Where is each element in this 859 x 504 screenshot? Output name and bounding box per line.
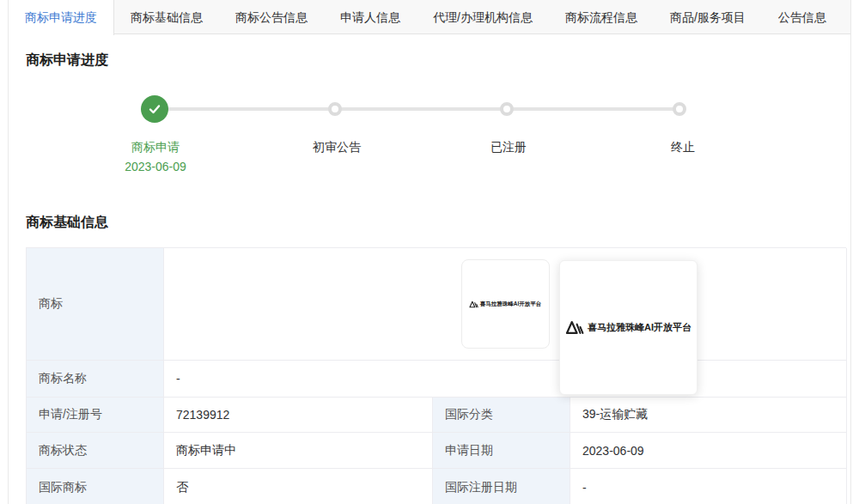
- trademark-image-text: 喜马拉雅珠峰AI开放平台: [588, 321, 691, 334]
- row-value-trademark-name: -: [164, 361, 847, 398]
- tab-process-info[interactable]: 商标流程信息: [549, 0, 654, 34]
- step-pending-circle: [673, 102, 686, 116]
- right-divider: [850, 0, 851, 504]
- row-label-international-class: 国际分类: [433, 398, 570, 433]
- trademark-detail-page: 商标申请进度 商标基础信息 商标公告信息 申请人信息 代理/办理机构信息 商标流…: [0, 0, 859, 504]
- tab-application-progress[interactable]: 商标申请进度: [9, 0, 114, 35]
- row-value-international-reg-date: -: [570, 469, 847, 504]
- row-value-application-number: 72139912: [164, 398, 433, 433]
- step-label-preliminary-gazette: 初审公告: [313, 140, 361, 155]
- row-value-trademark-status: 商标申请中: [164, 433, 433, 469]
- tab-applicant-info[interactable]: 申请人信息: [324, 0, 417, 34]
- check-icon: [148, 102, 161, 116]
- step-done-circle: [141, 95, 168, 123]
- tab-basic-info[interactable]: 商标基础信息: [114, 0, 219, 34]
- row-label-trademark: 商标: [27, 248, 164, 361]
- step-label-application: 商标申请: [131, 140, 180, 155]
- row-label-application-number: 申请/注册号: [27, 398, 164, 433]
- trademark-image-text: 喜马拉雅珠峰AI开放平台: [480, 301, 542, 308]
- step-label-terminated: 终止: [671, 140, 695, 155]
- row-value-international-trademark: 否: [164, 469, 433, 504]
- trademark-image-cell: 喜马拉雅珠峰AI开放平台: [164, 248, 847, 361]
- tab-bar: 商标申请进度 商标基础信息 商标公告信息 申请人信息 代理/办理机构信息 商标流…: [9, 0, 850, 34]
- row-label-international-trademark: 国际商标: [27, 469, 164, 504]
- basic-info-table: 商标 喜马拉雅珠峰AI开放平台 商标名称 - 申请/注册号 72139912 国…: [26, 247, 846, 504]
- tab-agency-info[interactable]: 代理/办理机构信息: [417, 0, 549, 34]
- trademark-image-preview: 喜马拉雅珠峰AI开放平台: [559, 260, 698, 395]
- stepper-connector-line: [155, 107, 679, 111]
- row-label-trademark-name: 商标名称: [27, 361, 164, 398]
- tab-gazette-info[interactable]: 商标公告信息: [219, 0, 324, 34]
- step-pending-circle: [500, 102, 514, 116]
- left-divider: [8, 0, 9, 504]
- trademark-image-thumbnail[interactable]: 喜马拉雅珠峰AI开放平台: [461, 259, 550, 349]
- mountain-logo-icon: [565, 320, 584, 335]
- row-label-application-date: 申请日期: [433, 433, 570, 469]
- step-label-registered: 已注册: [490, 140, 527, 155]
- mountain-logo-icon: [469, 301, 478, 308]
- row-value-application-date: 2023-06-09: [570, 433, 847, 469]
- tab-goods-services[interactable]: 商品/服务项目: [654, 0, 762, 34]
- tab-announcement-info[interactable]: 公告信息: [762, 0, 843, 34]
- step-pending-circle: [328, 102, 342, 116]
- basic-info-section-title: 商标基础信息: [26, 214, 108, 232]
- progress-section-title: 商标申请进度: [26, 52, 108, 70]
- row-label-trademark-status: 商标状态: [27, 433, 164, 469]
- row-value-international-class: 39-运输贮藏: [570, 398, 847, 433]
- row-label-international-reg-date: 国际注册日期: [433, 469, 570, 504]
- step-date-application: 2023-06-09: [125, 160, 186, 173]
